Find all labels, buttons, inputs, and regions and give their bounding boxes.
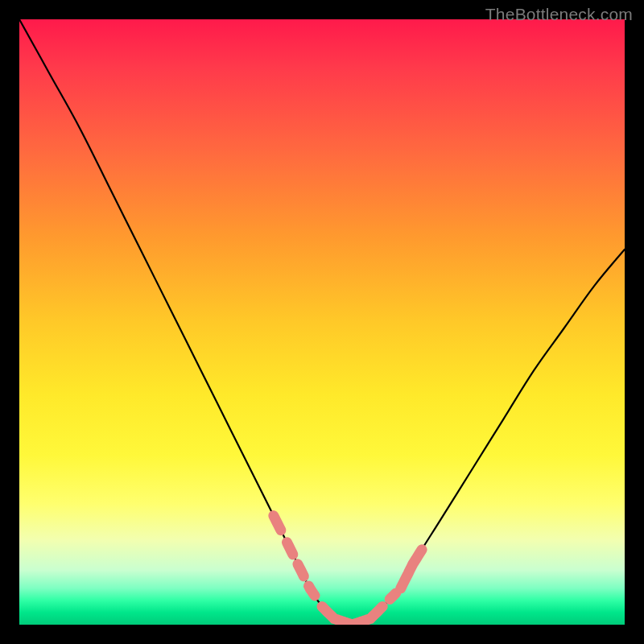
outer-frame: TheBottleneck.com: [0, 0, 644, 644]
curve-highlight-segment: [274, 516, 281, 530]
curve-highlight-segment: [322, 606, 382, 625]
curve-highlight-segment: [390, 593, 396, 600]
curve-highlight-segment: [309, 586, 316, 596]
curve-highlight-segment: [287, 543, 293, 555]
watermark-text: TheBottleneck.com: [485, 5, 633, 24]
bottleneck-curve: [19, 19, 625, 625]
curve-highlight-segment: [298, 564, 304, 576]
curve-highlight-segment: [401, 550, 422, 588]
plot-area: [19, 19, 625, 625]
